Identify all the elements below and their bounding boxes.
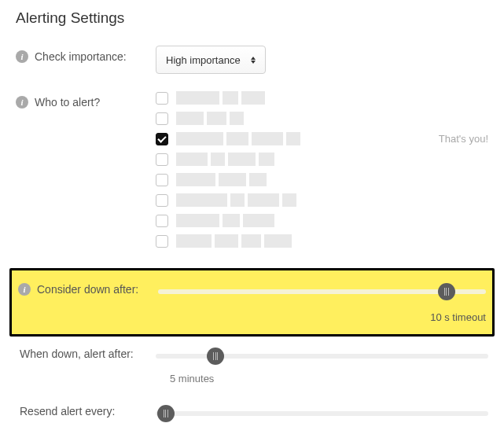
consider-down-after-label: Consider down after:	[37, 283, 138, 296]
who-to-alert-name-redacted	[176, 153, 488, 166]
who-to-alert-item	[156, 234, 488, 248]
page-title: Alerting Settings	[16, 9, 488, 27]
row-check-importance: i Check importance: High importance	[16, 46, 488, 74]
who-to-alert-item	[156, 153, 488, 166]
consider-down-after-value: 10 s timeout	[158, 311, 486, 323]
ctrl-col: High importance	[156, 46, 488, 74]
who-to-alert-name-redacted	[176, 234, 488, 248]
label-col: i Who to alert?	[16, 91, 156, 109]
ctrl-col: 5 minutes	[156, 348, 488, 384]
when-down-alert-after-label: When down, alert after:	[20, 348, 134, 360]
who-to-alert-name-redacted	[176, 91, 488, 105]
who-to-alert-item	[156, 112, 488, 125]
who-to-alert-name-redacted	[176, 193, 488, 207]
select-caret-icon	[251, 57, 256, 64]
check-importance-label: Check importance:	[35, 50, 127, 63]
slider-track	[158, 289, 486, 294]
who-to-alert-name-redacted	[176, 112, 488, 125]
who-to-alert-checkbox[interactable]	[156, 92, 168, 105]
label-col: When down, alert after:	[16, 348, 156, 360]
who-to-alert-list: That's you!	[156, 91, 488, 248]
resend-alert-every-label: Resend alert every:	[20, 405, 115, 417]
who-to-alert-label: Who to alert?	[35, 96, 100, 109]
thats-you-label: That's you!	[439, 133, 488, 145]
who-to-alert-checkbox[interactable]	[156, 235, 168, 248]
who-to-alert-name-redacted	[176, 214, 488, 227]
info-icon[interactable]: i	[16, 96, 28, 109]
row-consider-down-after: i Consider down after: 10 s timeout	[18, 283, 486, 323]
check-importance-value: High importance	[166, 54, 241, 66]
check-importance-select[interactable]: High importance	[156, 46, 266, 74]
who-to-alert-checkbox[interactable]	[156, 194, 168, 207]
who-to-alert-checkbox[interactable]	[156, 153, 168, 166]
who-to-alert-item	[156, 173, 488, 186]
slider-track	[156, 411, 488, 416]
label-col: i Check importance:	[16, 46, 156, 63]
row-when-down-alert-after: When down, alert after: 5 minutes	[16, 348, 488, 384]
alerting-settings-page: Alerting Settings i Check importance: Hi…	[0, 0, 504, 423]
slider-track	[156, 354, 488, 359]
slider-thumb[interactable]	[438, 283, 455, 300]
when-down-alert-after-value: 5 minutes	[156, 373, 488, 384]
when-down-alert-after-slider[interactable]	[156, 348, 488, 365]
who-to-alert-item	[156, 214, 488, 227]
who-to-alert-item	[156, 91, 488, 105]
label-col: i Consider down after:	[18, 283, 158, 296]
info-icon[interactable]: i	[18, 283, 31, 296]
consider-down-after-slider[interactable]	[158, 283, 486, 300]
resend-alert-every-slider[interactable]	[156, 405, 488, 422]
ctrl-col: 10 s timeout	[158, 283, 486, 323]
who-to-alert-item: That's you!	[156, 132, 488, 145]
info-icon[interactable]: i	[16, 50, 28, 63]
slider-thumb[interactable]	[157, 405, 175, 422]
ctrl-col: Never	[156, 405, 488, 423]
who-to-alert-checkbox[interactable]	[156, 112, 168, 125]
highlight-consider-down-after: i Consider down after: 10 s timeout	[9, 268, 495, 337]
row-resend-alert-every: Resend alert every: Never	[16, 405, 488, 423]
slider-thumb[interactable]	[207, 348, 224, 365]
who-to-alert-name-redacted	[176, 173, 488, 186]
who-to-alert-checkbox[interactable]	[156, 133, 168, 145]
ctrl-col: That's you!	[156, 91, 488, 248]
label-col: Resend alert every:	[16, 405, 156, 417]
who-to-alert-checkbox[interactable]	[156, 215, 168, 227]
who-to-alert-item	[156, 193, 488, 207]
row-who-to-alert: i Who to alert? That's you!	[16, 91, 488, 248]
who-to-alert-name-redacted	[176, 132, 423, 145]
who-to-alert-checkbox[interactable]	[156, 174, 168, 186]
